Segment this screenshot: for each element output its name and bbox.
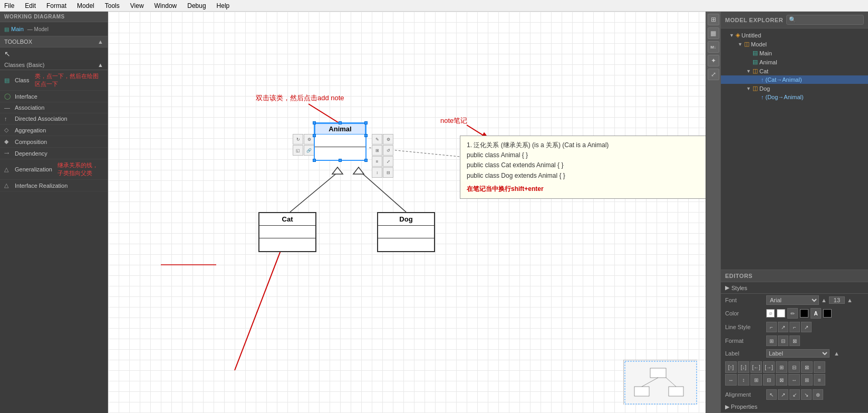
format-btn-3[interactable]: ⊠ [789, 335, 800, 346]
tool-interface-realization[interactable]: △ Interface Realization [0, 180, 108, 191]
font-size-up-icon[interactable]: ▲ [847, 297, 853, 303]
align-btn-16[interactable]: ≡ [814, 374, 825, 386]
properties-section-title[interactable]: ▶ Properties [721, 401, 868, 412]
tree-cat[interactable]: ▼ ◫ Cat [721, 66, 868, 75]
cursor-tool[interactable]: ↖ [0, 47, 108, 60]
tree-dog[interactable]: ▼ ◫ Dog [721, 84, 868, 93]
align-btn-7[interactable]: ⊠ [801, 361, 813, 373]
dog-class-name: Dog [378, 213, 434, 226]
label-toggle-icon[interactable]: ▲ [834, 350, 840, 357]
color-pencil-icon[interactable]: ✏ [787, 308, 798, 319]
float-btn-r1[interactable]: ✎ [372, 134, 382, 145]
main-diagram-item[interactable]: ▤ Main — Model [0, 24, 108, 34]
align-extra-5[interactable]: ⊕ [813, 389, 823, 400]
cat-class[interactable]: Cat [258, 212, 316, 252]
tree-untitled[interactable]: ▼ ◈ Untitled [721, 31, 868, 40]
float-btn-3[interactable]: ◱ [293, 145, 303, 156]
float-btn-r3[interactable]: ⊞ [372, 145, 382, 156]
tool-generalization[interactable]: △ Generalization 继承关系的线，子类指向父类 [0, 159, 108, 180]
grid-icon-btn[interactable]: ▦ [708, 27, 719, 39]
tree-model[interactable]: ▼ ◫ Model [721, 40, 868, 49]
float-btn-r8[interactable]: ⊟ [383, 167, 393, 178]
font-size-input[interactable] [829, 296, 845, 304]
align-extra-4[interactable]: ↘ [801, 389, 812, 400]
color-a-icon[interactable]: A [811, 308, 821, 319]
float-btn-4[interactable]: 🔗 [304, 145, 314, 156]
model-explorer-search[interactable]: 🔍 [786, 15, 864, 25]
note-box[interactable]: 1. 泛化关系 (继承关系) (is a 关系) (Cat is a Anima… [460, 136, 706, 199]
menu-file[interactable]: File [2, 1, 16, 11]
tool-dependency[interactable]: ⤏ Dependency [0, 148, 108, 159]
toolbox-collapse-icon[interactable]: ▲ [98, 39, 103, 45]
share-icon-btn[interactable]: ⤢ [708, 69, 719, 80]
menu-window[interactable]: Window [152, 1, 179, 11]
menu-bar: File Edit Format Model Tools View Window… [0, 0, 868, 12]
color-border-swatch[interactable] [823, 309, 832, 318]
styles-section-title[interactable]: ▶ Styles [721, 282, 868, 293]
align-btn-2[interactable]: [↓] [738, 361, 749, 373]
menu-edit[interactable]: Edit [23, 1, 38, 11]
tree-dog-animal[interactable]: ↑ (Dog→Animal) [721, 93, 868, 101]
tool-association[interactable]: — Association [0, 102, 108, 113]
label-select[interactable]: Label [766, 349, 830, 358]
tool-composition[interactable]: ◆ Composition [0, 136, 108, 148]
format-btn-1[interactable]: ⊞ [766, 335, 777, 346]
float-btn-r2[interactable]: ⚙ [383, 134, 393, 145]
float-btn-r4[interactable]: ↺ [383, 145, 393, 156]
annotation-note: note笔记 [440, 116, 467, 126]
color-black-swatch[interactable] [800, 309, 808, 318]
animal-class[interactable]: Animal [314, 122, 367, 161]
line-style-btn-3[interactable]: ⌐ [789, 322, 800, 332]
align-extra-1[interactable]: ↖ [766, 389, 777, 400]
align-btn-13[interactable]: ⊠ [776, 374, 787, 386]
float-btn-r5[interactable]: ≡ [372, 156, 382, 167]
line-style-btn-2[interactable]: ↗ [778, 322, 788, 332]
handle-ml [313, 134, 316, 137]
align-btn-5[interactable]: ⊞ [776, 361, 787, 373]
menu-model[interactable]: Model [75, 1, 97, 11]
align-extra-2[interactable]: ↗ [778, 389, 788, 400]
font-select[interactable]: Arial [766, 295, 819, 305]
align-btn-9[interactable]: ↔ [725, 374, 737, 386]
puzzle-icon-btn[interactable]: ⊞ [708, 14, 719, 25]
plus-icon-btn[interactable]: ✦ [708, 55, 719, 66]
format-btn-2[interactable]: ⊟ [778, 335, 788, 346]
align-btn-10[interactable]: ↕ [738, 374, 749, 386]
align-btn-4[interactable]: [→] [763, 361, 775, 373]
menu-format[interactable]: Format [44, 1, 69, 11]
align-btn-3[interactable]: [←] [750, 361, 762, 373]
align-btn-14[interactable]: ↔ [788, 374, 800, 386]
search-input[interactable] [798, 17, 861, 23]
canvas-area[interactable]: 双击该类，然后点击add note note笔记 ↻ ⚙ ◱ 🔗 ✎ ⚙ ⊞ ↺… [108, 12, 706, 413]
color-fill-swatch[interactable]: ⊘ [766, 309, 775, 318]
float-btn-1[interactable]: ↻ [293, 134, 303, 145]
tool-directed-association[interactable]: ↑ Directed Association [0, 113, 108, 124]
classes-basic-category[interactable]: Classes (Basic) ▲ [0, 60, 108, 70]
align-btn-1[interactable]: [↑] [725, 361, 737, 373]
menu-help[interactable]: Help [215, 1, 232, 11]
tree-animal[interactable]: ▤ Animal [721, 57, 868, 66]
menu-tools[interactable]: Tools [103, 1, 122, 11]
align-btn-15[interactable]: ⊞ [801, 374, 813, 386]
md-icon-btn[interactable]: M↓ [708, 41, 719, 53]
handle-tl [313, 121, 316, 124]
tool-interface[interactable]: ◯ Interface [0, 91, 108, 102]
align-extra-3[interactable]: ↙ [789, 389, 800, 400]
float-btn-r7[interactable]: ↕ [372, 167, 382, 178]
tool-class[interactable]: ▤ Class 类，点一下，然后在绘图区点一下 [0, 70, 108, 91]
tree-cat-animal[interactable]: ↑ (Cat→Animal) [721, 75, 868, 84]
menu-view[interactable]: View [128, 1, 146, 11]
line-style-btn-1[interactable]: ⌐ [766, 322, 777, 332]
font-up-icon[interactable]: ▲ [821, 297, 827, 303]
tree-main[interactable]: ▤ Main [721, 49, 868, 57]
align-btn-8[interactable]: ≡ [814, 361, 825, 373]
menu-debug[interactable]: Debug [185, 1, 208, 11]
line-style-btn-4[interactable]: ↗ [801, 322, 812, 332]
align-btn-12[interactable]: ⊟ [763, 374, 775, 386]
align-btn-6[interactable]: ⊟ [788, 361, 800, 373]
align-btn-11[interactable]: ⊞ [750, 374, 762, 386]
float-btn-r6[interactable]: ⤢ [383, 156, 393, 167]
color-white-swatch[interactable] [777, 309, 785, 318]
dog-class[interactable]: Dog [377, 212, 435, 252]
tool-aggregation[interactable]: ◇ Aggregation [0, 124, 108, 136]
